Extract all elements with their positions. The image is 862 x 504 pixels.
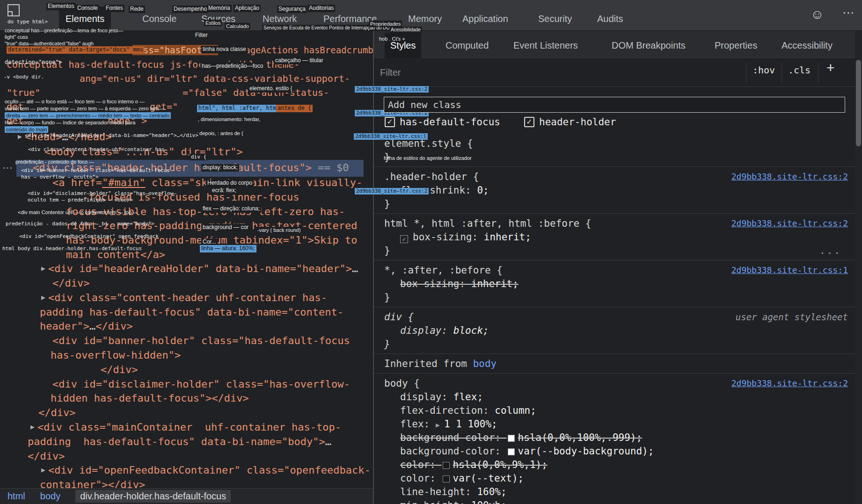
color-swatch[interactable]	[508, 435, 515, 442]
color-swatch[interactable]	[443, 475, 450, 482]
css-property[interactable]: min-height: 100vh;	[374, 499, 862, 504]
scrollbar-thumb[interactable]	[856, 60, 861, 146]
dom-tree-node[interactable]: "true"	[7, 87, 40, 98]
css-property[interactable]: background-color: hsla(0,0%,100%,.999);	[374, 431, 862, 445]
translation-overlay: oculto — até — o foco está — foco tem — …	[5, 98, 145, 105]
toolbar-separator	[782, 63, 782, 82]
class-label-header-holder: header-holder	[539, 117, 616, 127]
dom-tree-node[interactable]: </div>	[52, 277, 89, 289]
styles-tab-computed[interactable]: Computed	[440, 33, 494, 58]
dom-tree-node[interactable]: </div>	[38, 407, 75, 418]
color-swatch[interactable]	[508, 448, 515, 455]
dom-tree-node[interactable]: lass="hasFooter" hasPageActions hasBread…	[132, 45, 373, 55]
translation-overlay: background — cor	[201, 224, 250, 231]
translation-overlay: html", html :after, html	[197, 105, 281, 112]
dom-tree-node[interactable]: </div>	[28, 450, 65, 462]
translation-overlay: Rede	[129, 6, 145, 13]
dom-tree-node[interactable]: hidden has-default-focus"></div>	[51, 392, 249, 404]
breadcrumb-item-html[interactable]: html	[7, 491, 25, 502]
css-property[interactable]: color: hsla(0,0%,9%,1);	[374, 458, 862, 472]
translation-overlay: display: block;	[201, 164, 239, 172]
device-toolbar-icon[interactable]	[7, 4, 20, 16]
class-checkbox-has-default-focus[interactable]: ✓	[385, 117, 395, 127]
styles-tab-dom-breakpoints[interactable]: DOM Breakpoints	[606, 33, 691, 58]
translation-overlay: <div id="openFeedbackContainer" open fee…	[19, 233, 159, 240]
breadcrumb-item-body[interactable]: body	[40, 491, 60, 502]
translation-overlay: ecrã: flex;	[211, 187, 238, 194]
translation-overlay: Estilos	[204, 20, 222, 26]
styles-tab-accessibility[interactable]: Accessibility	[776, 33, 838, 58]
css-property[interactable]: box-sizing: inherit;	[374, 277, 862, 291]
stylesheet-link[interactable]: 2d9bb338.site-ltr.css:1	[731, 265, 848, 275]
styles-tab-event-listeners[interactable]: Event Listeners	[508, 33, 584, 58]
css-property[interactable]: color: var(--text);	[374, 472, 862, 485]
translation-overlay: Elementos	[46, 3, 76, 10]
css-property[interactable]: flex-direction: column;	[374, 404, 862, 418]
device-toolbar-icon-inner	[7, 11, 13, 16]
dom-tree-node[interactable]: ang="en-us" dir="ltr" data-css-variable-…	[80, 73, 350, 84]
more-options-icon[interactable]: ⋯	[842, 6, 855, 20]
breadcrumb-item-current[interactable]: div.header-holder.has-default-focus	[75, 490, 231, 503]
dom-tree-node[interactable]: </div>	[101, 364, 138, 375]
css-selector[interactable]: element.style {	[374, 137, 862, 151]
dom-tree-node[interactable]: ▶<div class="content-header uhf-containe…	[41, 292, 327, 303]
stylesheet-link[interactable]: 2d9bb338.site-ltr.css:2	[731, 172, 848, 181]
translation-overlay: Calculado	[225, 23, 250, 29]
translation-overlay: -vary ( back round)	[256, 227, 302, 233]
translation-overlay: has — corpo — fundo — índice de separado…	[5, 119, 135, 126]
translation-overlay: linha — altura: 160%;	[200, 245, 256, 252]
css-rule: *, :after, :before {2d9bb338.site-ltr.cs…	[374, 260, 862, 307]
dom-tree-node[interactable]: <div id="banner-holder" class="has-defau…	[52, 335, 350, 346]
tab-security[interactable]: Security	[532, 7, 578, 31]
dom-tree-node[interactable]: padding has-default-focus" data-bi-name=…	[28, 436, 331, 447]
css-property[interactable]: background-color: var(--body-background)…	[374, 445, 862, 458]
css-property[interactable]: display: block;	[374, 324, 862, 338]
translation-overlay: -v <body dir.	[4, 74, 44, 80]
translation-overlay: oculto tem — predefinição — foco/>	[28, 197, 133, 203]
translation-overlay: direita — zero tem — preenchimento — méd…	[5, 112, 171, 119]
new-style-rule-button[interactable]: +	[826, 60, 835, 76]
style-filter-input[interactable]	[380, 63, 736, 82]
css-rule: element.style {}	[374, 134, 862, 167]
translation-overlay: : depois, : antes de {	[195, 130, 245, 137]
translation-overlay: 2d9bb338_site—ltr.css:2	[355, 188, 429, 194]
overflow-ellipsis: ...	[819, 244, 841, 257]
node-more-actions-icon[interactable]: ⋯	[2, 162, 13, 174]
css-property[interactable]: ✓box-sizing: inherit;	[374, 230, 862, 244]
translation-overlay: html body div.header-holder.has-default-…	[2, 245, 142, 252]
css-property[interactable]: line-height: 160%;	[374, 485, 862, 499]
dom-tree-node[interactable]: <div id="disclaimer-holder" class="has-o…	[52, 378, 350, 390]
dom-tree-node[interactable]: ▶<div class="mainContainer uhf-container…	[30, 421, 341, 433]
translation-overlay: 2d9bb338_site—ltr.css:l	[354, 133, 428, 140]
class-checkbox-header-holder[interactable]: ✓	[524, 117, 534, 127]
rule-close-brace: }	[374, 338, 862, 351]
stylesheet-link[interactable]: 2d9bb338.site-ltr.css:2	[731, 378, 848, 388]
feedback-smiley-icon[interactable]: ☺	[811, 7, 824, 22]
add-new-class-input[interactable]	[384, 97, 845, 113]
check-icon: ✓	[387, 118, 393, 126]
styles-tab-properties[interactable]: Properties	[709, 33, 763, 58]
dom-tree-node[interactable]: header">…</div>	[40, 320, 133, 332]
tab-application[interactable]: Application	[456, 7, 515, 31]
color-swatch[interactable]	[443, 462, 450, 469]
dom-tree-node[interactable]: ▶<div id="headerAreaHolder" data-bi-name…	[41, 263, 358, 274]
translation-overlay: <div id="banner-holder" class="has-defau…	[21, 167, 170, 174]
breadcrumb: html body div.header-holder.has-default-…	[0, 488, 373, 504]
stylesheet-link[interactable]: 2d9bb338.site-ltr.css:2	[731, 218, 848, 228]
translation-overlay: do type html>	[7, 19, 48, 25]
tab-audits[interactable]: Audits	[591, 7, 630, 31]
property-checkbox: ✓	[400, 235, 408, 243]
dom-tree-node[interactable]: ▶<div id="openFeedbackContainer" class="…	[41, 464, 371, 476]
element-classes-button[interactable]: .cls	[788, 65, 811, 76]
css-property[interactable]: flex-shrink: 0;	[374, 184, 862, 197]
css-property[interactable]: display: flex;	[374, 390, 862, 404]
toggle-element-state-button[interactable]: :hov	[752, 65, 775, 76]
translation-overlay: detection="none">	[5, 59, 62, 66]
inherited-from-header: Inherited from body	[374, 354, 862, 374]
css-property[interactable]: flex: ▶ 1 1 100%;	[374, 418, 862, 431]
translation-overlay: div {	[190, 154, 208, 160]
dom-tree-node[interactable]: has-overflow-hidden">	[51, 349, 181, 361]
dom-tree-node[interactable]: padding has-default-focus" data-bi-name=…	[40, 306, 343, 318]
translation-overlay: <div id="headerAreaHolder" data-bi-name=…	[25, 132, 198, 139]
translation-overlay: determined="true" data—target="docs" mms	[7, 46, 145, 54]
